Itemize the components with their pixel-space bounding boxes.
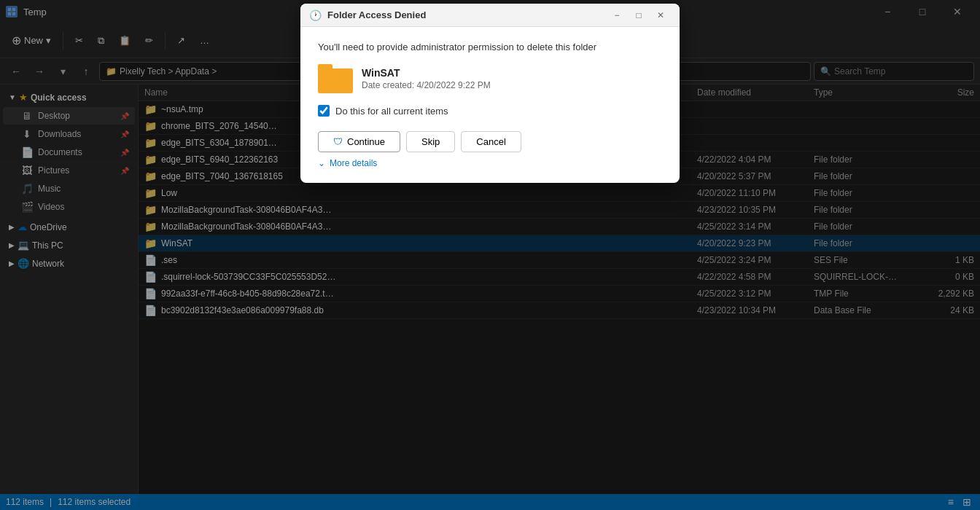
dialog-checkbox-row: Do this for all current items bbox=[318, 105, 662, 117]
dialog-titlebar-controls: − □ ✕ bbox=[607, 7, 671, 23]
dialog-title-text: Folder Access Denied bbox=[327, 9, 426, 20]
dialog-body: You'll need to provide administrator per… bbox=[300, 27, 680, 183]
do-all-label: Do this for all current items bbox=[335, 106, 448, 117]
folder-details: WinSAT Date created: 4/20/2022 9:22 PM bbox=[362, 67, 491, 90]
dialog-title-icon: 🕐 bbox=[309, 9, 322, 21]
folder-large-icon bbox=[318, 64, 353, 93]
continue-label: Continue bbox=[347, 136, 385, 147]
dialog-maximize-button[interactable]: □ bbox=[629, 7, 649, 23]
more-details-label: More details bbox=[330, 158, 377, 168]
cancel-button[interactable]: Cancel bbox=[461, 131, 521, 152]
cancel-label: Cancel bbox=[476, 136, 505, 147]
dialog-buttons: 🛡 Continue Skip Cancel bbox=[318, 131, 662, 152]
chevron-down-icon: ⌄ bbox=[318, 158, 325, 168]
folder-date: Date created: 4/20/2022 9:22 PM bbox=[362, 80, 491, 90]
dialog-close-button[interactable]: ✕ bbox=[650, 7, 671, 23]
more-details-link[interactable]: ⌄ More details bbox=[318, 158, 662, 168]
folder-access-denied-dialog: 🕐 Folder Access Denied − □ ✕ You'll need… bbox=[300, 4, 680, 183]
dialog-titlebar: 🕐 Folder Access Denied − □ ✕ bbox=[300, 4, 680, 27]
folder-body bbox=[318, 68, 353, 93]
do-all-checkbox[interactable] bbox=[318, 105, 330, 117]
folder-name: WinSAT bbox=[362, 67, 491, 79]
dialog-message: You'll need to provide administrator per… bbox=[318, 42, 662, 52]
skip-label: Skip bbox=[421, 136, 440, 147]
dialog-folder-info: WinSAT Date created: 4/20/2022 9:22 PM bbox=[318, 64, 662, 93]
dialog-overlay: 🕐 Folder Access Denied − □ ✕ You'll need… bbox=[0, 0, 980, 510]
dialog-minimize-button[interactable]: − bbox=[607, 7, 627, 23]
shield-icon: 🛡 bbox=[333, 136, 343, 147]
continue-button[interactable]: 🛡 Continue bbox=[318, 131, 400, 152]
skip-button[interactable]: Skip bbox=[406, 131, 455, 152]
